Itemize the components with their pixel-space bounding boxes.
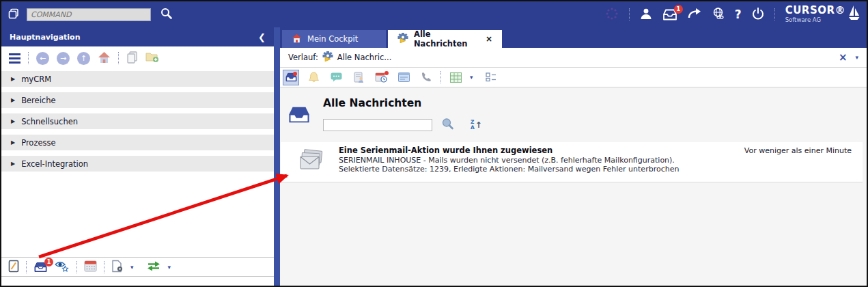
sort-arrow-icon: ↑	[475, 120, 482, 130]
divider	[629, 8, 630, 20]
eye-favorite-icon[interactable]	[55, 260, 70, 275]
home-icon[interactable]	[98, 51, 111, 66]
breadcrumb: Verlauf: Alle Nachric... × ▾	[280, 48, 867, 68]
help-icon[interactable]: ?	[735, 8, 742, 21]
divider	[774, 8, 775, 20]
expand-icon: ▶	[11, 139, 15, 146]
panel-splitter[interactable]	[274, 27, 280, 286]
calendar-clock-icon[interactable]	[373, 70, 389, 85]
user-icon[interactable]	[640, 8, 652, 22]
sort-icon[interactable]: Z A ↑	[471, 120, 482, 130]
chevron-down-icon[interactable]: ▾	[855, 54, 858, 61]
expand-icon: ▶	[11, 76, 15, 82]
divider	[28, 52, 29, 64]
expand-icon: ▶	[11, 161, 15, 167]
all-messages-icon[interactable]	[283, 70, 299, 85]
table-view-icon[interactable]	[447, 70, 464, 85]
sidebar-item-label: Schnellsuchen	[21, 117, 78, 126]
windows-icon[interactable]	[8, 8, 20, 22]
tab-alle-nachrichten[interactable]: Alle Nachrichten ×	[388, 30, 502, 48]
sidebar-item-label: Excel-Integration	[21, 159, 88, 169]
sidebar-item-label: myCRM	[21, 74, 51, 84]
divider	[118, 52, 119, 64]
inbox-large-icon	[287, 105, 311, 126]
unread-dot	[293, 72, 297, 76]
unread-dot	[384, 71, 389, 75]
redo-arrow-icon[interactable]	[688, 8, 701, 21]
tab-mein-cockpit[interactable]: Mein Cockpit	[282, 30, 386, 48]
list-view-icon[interactable]	[483, 70, 499, 85]
message-search-input[interactable]	[323, 119, 432, 131]
clear-history-icon[interactable]: ×	[839, 51, 848, 64]
sidebar-bottom-toolbar: 1 ▾ ▾	[1, 257, 274, 277]
phone-icon[interactable]	[418, 70, 434, 85]
mail-stack-icon	[299, 149, 324, 182]
sync-icon[interactable]	[146, 261, 161, 273]
message-timestamp: Vor weniger als einer Minute	[744, 142, 863, 182]
sidebar-item-excel-integration[interactable]: ▶ Excel-Integration	[1, 156, 274, 172]
forward-icon[interactable]: →	[57, 52, 70, 65]
divider	[26, 261, 27, 273]
calendar-icon[interactable]	[84, 260, 97, 274]
message-line-2: Selektierte Datensätze: 1239, Erledigte …	[339, 165, 679, 174]
tab-label: Alle Nachrichten	[414, 29, 480, 49]
message-toolbar: ▾	[280, 68, 867, 87]
sidebar-header: Hauptnavigation ❮	[1, 27, 274, 46]
chevron-down-icon[interactable]: ▾	[470, 74, 473, 81]
contact-document-icon[interactable]	[350, 70, 367, 85]
main-panel: Mein Cockpit Alle Nachrichten × Verlauf:…	[280, 27, 867, 286]
messages-content: Alle Nachrichten Z A ↑	[280, 87, 867, 286]
sidebar-item-label: Bereiche	[21, 96, 55, 105]
process-gear-icon	[397, 33, 408, 45]
message-title: Eine Serienmail-Aktion wurde Ihnen zugew…	[339, 146, 679, 156]
main-navigation: ▶ myCRM ▶ Bereiche ▶ Schnellsuchen ▶ Pro…	[1, 71, 274, 172]
inbox-notifications-icon[interactable]: 1	[662, 9, 677, 20]
chevron-down-icon[interactable]: ▾	[168, 264, 171, 271]
card-view-icon[interactable]	[395, 70, 412, 85]
page-title: Alle Nachrichten	[323, 97, 421, 109]
file-settings-icon[interactable]	[111, 260, 124, 275]
breadcrumb-item[interactable]: Alle Nachric...	[337, 53, 391, 62]
collapse-panel-icon[interactable]: ❮	[258, 32, 266, 42]
command-input[interactable]	[27, 8, 151, 21]
cursor-logo: CURSOR® Software AG	[785, 5, 860, 25]
sidebar-item-schnellsuchen[interactable]: ▶ Schnellsuchen	[1, 113, 274, 129]
message-body: Eine Serienmail-Aktion wurde Ihnen zugew…	[339, 146, 679, 182]
divider	[104, 261, 104, 273]
sidebar-item-bereiche[interactable]: ▶ Bereiche	[1, 92, 274, 108]
sidebar: ← → ↑ ▶ myCRM ▶ Bereiche ▶	[1, 46, 274, 286]
reminders-icon[interactable]	[305, 70, 322, 85]
expand-icon: ▶	[11, 97, 15, 103]
divider	[76, 261, 77, 273]
message-line-1: SERIENMAIL INHOUSE - Mails wurden nicht …	[339, 156, 679, 165]
logo-subtitle: Software AG	[785, 17, 845, 23]
home-icon	[292, 33, 302, 45]
message-row[interactable]: Eine Serienmail-Aktion wurde Ihnen zugew…	[281, 142, 863, 182]
sailboat-icon	[848, 5, 860, 25]
logo-name: CURSOR®	[785, 5, 845, 16]
power-icon[interactable]	[752, 8, 764, 22]
search-icon[interactable]	[440, 117, 454, 133]
sidebar-toolbar: ← → ↑	[1, 46, 274, 70]
search-icon[interactable]	[160, 7, 173, 22]
sidebar-item-mycrm[interactable]: ▶ myCRM	[1, 71, 274, 87]
up-icon[interactable]: ↑	[77, 52, 90, 65]
notes-edit-icon[interactable]	[8, 260, 19, 275]
sort-letter-a: A	[471, 125, 475, 131]
message-search-row: Z A ↑	[323, 117, 482, 133]
sidebar-item-prozesse[interactable]: ▶ Prozesse	[1, 135, 274, 150]
close-tab-icon[interactable]: ×	[486, 34, 492, 44]
chat-messages-icon[interactable]	[328, 70, 344, 85]
process-gear-icon	[322, 51, 333, 64]
add-folder-icon[interactable]	[145, 51, 159, 65]
chevron-down-icon[interactable]: ▾	[130, 264, 134, 271]
top-bar: 1 ? CURSOR® Software AG	[1, 1, 867, 27]
tab-label: Mein Cockpit	[307, 34, 358, 44]
notification-badge: 1	[674, 5, 683, 14]
copy-icon[interactable]	[126, 51, 138, 66]
expand-icon: ▶	[11, 118, 15, 124]
inbox-messages-icon[interactable]: 1	[33, 262, 48, 273]
web-link-icon[interactable]	[712, 7, 725, 22]
back-icon[interactable]: ←	[36, 52, 49, 65]
menu-icon[interactable]	[9, 53, 20, 64]
